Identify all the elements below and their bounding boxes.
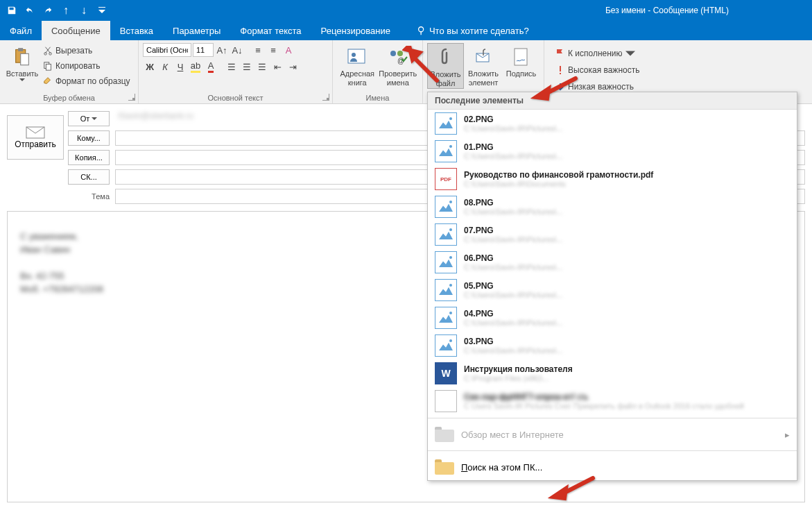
to-button[interactable]: Кому... bbox=[68, 130, 110, 146]
file-path: C Users Savin-IR Pictures Снег Прикрепит… bbox=[464, 402, 790, 410]
tell-me-label: Что вы хотите сделать? bbox=[429, 26, 529, 36]
recent-item[interactable]: PDFРуководство по финансовой грамотности… bbox=[428, 165, 797, 193]
file-path: C:\Program Files (x86)\... bbox=[464, 374, 790, 382]
group-font: A↑ A↓ ≡ ≡ A Ж К Ч ab A ☰ ☰ ☰ ⇤ ⇥ Основно bbox=[139, 40, 333, 103]
qat-customize[interactable] bbox=[94, 3, 110, 18]
dialog-launcher[interactable] bbox=[322, 94, 329, 101]
file-name: 04.PNG bbox=[464, 309, 790, 319]
tab-format[interactable]: Формат текста bbox=[230, 21, 311, 40]
file-path: C:\Users\Savin-IR\Pictures\... bbox=[464, 124, 790, 133]
align-right-button[interactable]: ☰ bbox=[255, 60, 269, 74]
svg-rect-15 bbox=[515, 49, 527, 65]
send-button[interactable]: Отправить bbox=[7, 115, 64, 160]
file-path: C:\Users\Savin-IR\Pictures\... bbox=[464, 319, 790, 327]
dialog-launcher[interactable] bbox=[128, 94, 135, 101]
recent-item[interactable]: 07.PNGC:\Users\Savin-IR\Pictures\... bbox=[428, 221, 797, 248]
align-center-button[interactable]: ☰ bbox=[240, 60, 254, 74]
format-painter-button[interactable]: Формат по образцу bbox=[40, 74, 133, 89]
annotation-arrow bbox=[530, 75, 579, 105]
attach-item-button[interactable]: Вложить элемент bbox=[464, 43, 503, 87]
file-name: Руководство по финансовой грамотности.pd… bbox=[464, 170, 790, 180]
folder-icon bbox=[435, 427, 454, 442]
file-name: 06.PNG bbox=[464, 253, 790, 263]
browse-this-pc[interactable]: Поиск на этом ПК... bbox=[428, 454, 797, 480]
recent-item[interactable]: 08.PNGC:\Users\Savin-IR\Pictures\... bbox=[428, 193, 797, 221]
pdf-file-icon: PDF bbox=[435, 168, 457, 190]
font-size-select[interactable] bbox=[193, 43, 214, 57]
cc-button[interactable]: Копия... bbox=[68, 150, 110, 165]
tab-insert[interactable]: Вставка bbox=[110, 21, 163, 40]
recent-item[interactable]: 04.PNGC:\Users\Savin-IR\Pictures\... bbox=[428, 304, 797, 332]
svg-point-0 bbox=[419, 27, 424, 32]
copy-button[interactable]: Копировать bbox=[40, 58, 133, 74]
paste-button[interactable]: Вставить bbox=[4, 43, 40, 81]
img-file-icon bbox=[435, 112, 457, 135]
recent-item[interactable]: WИнструкция пользователяC:\Program Files… bbox=[428, 359, 797, 387]
file-name: 01.PNG bbox=[464, 142, 790, 152]
copy-label: Копировать bbox=[55, 61, 101, 71]
followup-button[interactable]: К исполнению bbox=[553, 46, 642, 61]
img-file-icon bbox=[435, 251, 457, 273]
annotation-arrow bbox=[402, 46, 444, 90]
recent-item[interactable]: 05.PNGC:\Users\Savin-IR\Pictures\... bbox=[428, 276, 797, 304]
file-path: C:\Users\Savin-IR\Pictures\... bbox=[464, 346, 790, 355]
grow-font-button[interactable]: A↑ bbox=[215, 43, 229, 57]
tab-message[interactable]: Сообщение bbox=[42, 21, 110, 40]
from-button[interactable]: От bbox=[68, 111, 110, 126]
title-bar: ↑ ↓ Без имени - Сообщение (HTML) bbox=[0, 0, 812, 21]
tab-file[interactable]: Файл bbox=[0, 21, 42, 40]
italic-button[interactable]: К bbox=[158, 60, 172, 74]
quick-access-toolbar: ↑ ↓ bbox=[0, 3, 110, 18]
address-book-button[interactable]: Адресная книга bbox=[337, 43, 378, 87]
file-name: Cек-лар-фрННГ7-опроа-ит! съ bbox=[464, 392, 790, 402]
redo-button[interactable] bbox=[40, 3, 55, 18]
undo-button[interactable] bbox=[22, 3, 37, 18]
painter-label: Формат по образцу bbox=[55, 76, 130, 86]
tell-me-search[interactable]: Что вы хотите сделать? bbox=[407, 21, 539, 40]
signature-button[interactable]: Подпись bbox=[503, 43, 539, 78]
annotation-arrow bbox=[548, 475, 596, 505]
recent-item[interactable]: Cек-лар-фрННГ7-опроа-ит! съC Users Savin… bbox=[428, 387, 797, 415]
browse-web-locations: Обзор мест в Интернете ▸ bbox=[428, 421, 797, 448]
recent-item[interactable]: 02.PNGC:\Users\Savin-IR\Pictures\... bbox=[428, 110, 797, 137]
bullets-button[interactable]: ≡ bbox=[251, 43, 265, 57]
subject-label: Тема bbox=[68, 192, 110, 201]
group-label: Имена bbox=[366, 94, 390, 102]
font-color-button[interactable]: A bbox=[204, 60, 218, 74]
file-name: 03.PNG bbox=[464, 337, 790, 346]
tab-options[interactable]: Параметры bbox=[163, 21, 230, 40]
file-name: Инструкция пользователя bbox=[464, 364, 790, 374]
recent-items-header: Последние элементы bbox=[428, 92, 797, 110]
font-name-select[interactable] bbox=[143, 43, 191, 57]
img-file-icon bbox=[435, 196, 457, 218]
recent-item[interactable]: 01.PNGC:\Users\Savin-IR\Pictures\... bbox=[428, 137, 797, 165]
underline-button[interactable]: Ч bbox=[173, 60, 187, 74]
tab-review[interactable]: Рецензирование bbox=[311, 21, 400, 40]
cut-button[interactable]: Вырезать bbox=[40, 43, 133, 58]
numbering-button[interactable]: ≡ bbox=[266, 43, 280, 57]
file-path: C:\Users\Savin-IR\Pictures\... bbox=[464, 235, 790, 244]
recent-item[interactable]: 06.PNGC:\Users\Savin-IR\Pictures\... bbox=[428, 248, 797, 276]
ribbon-tabs: Файл Сообщение Вставка Параметры Формат … bbox=[0, 21, 812, 40]
clear-format-button[interactable]: A bbox=[282, 43, 295, 57]
img-file-icon bbox=[435, 307, 457, 329]
indent-button[interactable]: ⇥ bbox=[286, 60, 300, 74]
group-clipboard: Вставить Вырезать Копировать Формат по о… bbox=[0, 40, 139, 103]
align-left-button[interactable]: ☰ bbox=[225, 60, 239, 74]
save-button[interactable] bbox=[4, 3, 19, 18]
file-name: 07.PNG bbox=[464, 226, 790, 235]
svg-rect-8 bbox=[46, 64, 51, 70]
highlight-button[interactable]: ab bbox=[189, 60, 202, 74]
recent-item[interactable]: 03.PNGC:\Users\Savin-IR\Pictures\... bbox=[428, 332, 797, 359]
file-name: 08.PNG bbox=[464, 198, 790, 207]
bold-button[interactable]: Ж bbox=[143, 60, 157, 74]
outdent-button[interactable]: ⇤ bbox=[270, 60, 284, 74]
bcc-button[interactable]: СК... bbox=[68, 169, 110, 185]
folder-icon bbox=[435, 459, 454, 475]
qat-btn[interactable]: ↑ bbox=[58, 3, 74, 18]
window-title: Без имени - Сообщение (HTML) bbox=[605, 6, 729, 15]
svg-rect-3 bbox=[18, 48, 23, 51]
svg-point-10 bbox=[352, 53, 356, 57]
shrink-font-button[interactable]: A↓ bbox=[230, 43, 244, 57]
qat-btn[interactable]: ↓ bbox=[76, 3, 92, 18]
